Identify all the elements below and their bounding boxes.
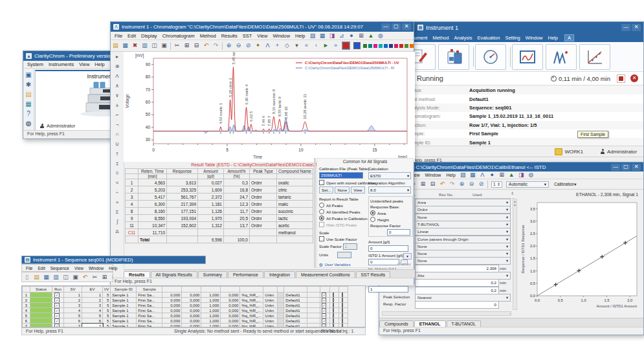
- col-header-ev[interactable]: EV: [82, 287, 103, 293]
- radio-area[interactable]: Area: [370, 210, 411, 216]
- instruments-icon[interactable]: ▣: [25, 71, 31, 78]
- close-button[interactable]: ✕: [402, 23, 411, 30]
- copy-icon[interactable]: ⊞: [100, 273, 109, 282]
- signal-swatch-9[interactable]: [405, 44, 408, 48]
- device-monitor-button[interactable]: [475, 44, 506, 70]
- peak-start-icon[interactable]: ∧: [115, 81, 119, 91]
- col-header-sample[interactable]: Sample: [137, 287, 162, 293]
- row-checkbox[interactable]: ✓: [322, 293, 326, 298]
- radio-height[interactable]: Height: [370, 217, 411, 222]
- menu-item-help[interactable]: Help: [443, 173, 458, 177]
- signal-swatch-4[interactable]: [379, 44, 383, 48]
- negative-peaks-icon[interactable]: ¬: [116, 120, 119, 129]
- prev-icon[interactable]: ‹: [312, 41, 320, 50]
- menu-item-evaluation[interactable]: Evaluation: [474, 35, 502, 41]
- row-checkbox[interactable]: [342, 318, 343, 324]
- menu-item-window[interactable]: Window: [270, 33, 293, 39]
- response-factor-input[interactable]: 0: [387, 229, 410, 236]
- table-row[interactable]: 35,417561,7672,37224,7Ordnrtartaric: [126, 194, 313, 201]
- close-button[interactable]: ✕: [632, 24, 641, 31]
- signal-swatch-10[interactable]: [410, 44, 414, 48]
- signal-swatch-1[interactable]: [363, 44, 367, 48]
- col-header-item[interactable]: [182, 287, 201, 293]
- menu-item-method[interactable]: Method: [430, 35, 451, 41]
- overlay-icon[interactable]: ◨: [328, 32, 337, 40]
- menu-item-help[interactable]: Help: [293, 33, 307, 39]
- integration-icon[interactable]: Δ: [115, 227, 118, 236]
- preview-icon[interactable]: ◫: [61, 273, 70, 282]
- col-header-item[interactable]: [320, 287, 330, 293]
- table-row[interactable]: 98,550193,9341,97020,5Ordnrlactic: [126, 215, 313, 222]
- panel-collapse-icon[interactable]: ▼: [403, 253, 412, 260]
- threshold-icon[interactable]: ∫: [117, 217, 118, 227]
- col-header-compound-name[interactable]: Compound Name: [277, 169, 313, 174]
- help-icon[interactable]: ?: [27, 110, 30, 117]
- row-checkbox[interactable]: [333, 313, 334, 318]
- col-header-item[interactable]: [278, 287, 284, 293]
- radio-all-peaks-in-calibration[interactable]: All Peaks in Calibration: [319, 216, 366, 221]
- paste-icon[interactable]: ⊟: [110, 273, 113, 282]
- move-icon[interactable]: +: [273, 41, 282, 50]
- row-checkbox[interactable]: ✓: [322, 308, 326, 313]
- sequence-grid[interactable]: StatusRunSVEVI/VSample IDSample1✓115Samp…: [22, 286, 348, 327]
- global-width-icon[interactable]: Σ: [116, 207, 119, 217]
- print-icon[interactable]: ▣: [160, 41, 168, 50]
- setting-select-t-butanol-3[interactable]: T-BUTANOL▾: [415, 221, 511, 228]
- zoom-out-icon[interactable]: ⊖: [234, 41, 243, 50]
- interactive-icon[interactable]: ▾: [293, 41, 301, 50]
- table-row[interactable]: 46,300217,3991,18112,3Ordnrmalic: [126, 201, 313, 208]
- axes-icon[interactable]: ⊿: [338, 32, 346, 40]
- sequence-titlebar[interactable]: ▤ Instrument 1 - Sequence seq001 (MODIFI…: [21, 256, 206, 264]
- row-checkbox[interactable]: [342, 308, 343, 313]
- new-icon[interactable]: ▯: [23, 273, 31, 282]
- table-icon[interactable]: ▦: [469, 171, 477, 179]
- run-checkbox[interactable]: ✓: [54, 313, 59, 318]
- signal-swatch-7[interactable]: [394, 44, 398, 48]
- export-icon[interactable]: ▲: [507, 171, 516, 179]
- menu-item-chromatogram[interactable]: Chromatogram: [160, 33, 197, 39]
- row-checkbox[interactable]: [333, 318, 334, 324]
- data-acquisition-button[interactable]: [512, 44, 543, 70]
- menu-item-view[interactable]: View: [72, 266, 86, 271]
- zoom-out-icon[interactable]: ⊖: [467, 180, 476, 188]
- table-row[interactable]: C1111,710methanol: [126, 229, 313, 236]
- col-header-used[interactable]: Used: [472, 191, 498, 198]
- globe-icon[interactable]: ◍: [527, 171, 535, 179]
- hide-istd-checkbox[interactable]: Hide ISTD Peaks: [319, 222, 366, 227]
- menu-item-sst[interactable]: SST: [240, 33, 255, 39]
- setting-select-linear-4[interactable]: Linear▾: [415, 228, 511, 236]
- table-row[interactable]: Total9,596100,0: [126, 236, 313, 243]
- signal-swatch-8[interactable]: [399, 44, 403, 48]
- minimize-button[interactable]: —: [611, 164, 620, 171]
- save-icon[interactable]: ▦: [42, 273, 50, 282]
- col-header-item[interactable]: [221, 287, 240, 293]
- col-header-item[interactable]: [307, 287, 320, 293]
- result-table-grid[interactable]: Reten. TimeResponseAmountAmount%Peak Typ…: [125, 168, 313, 243]
- paste-icon[interactable]: ⊟: [192, 41, 201, 50]
- radio-all-identified-peaks[interactable]: All Identified Peaks: [319, 209, 366, 214]
- setting-input-9[interactable]: 2,308: [415, 265, 499, 272]
- copy-icon[interactable]: ⊞: [419, 180, 427, 188]
- menu-item-system[interactable]: System: [25, 61, 46, 67]
- setting-input-11[interactable]: 0,2: [415, 279, 499, 287]
- menu-item-edit[interactable]: Edit: [35, 266, 47, 271]
- info-icon[interactable]: ●: [348, 32, 356, 40]
- col-header-item[interactable]: [263, 287, 278, 293]
- menu-item-display[interactable]: Display: [139, 33, 160, 39]
- col-header-item[interactable]: [240, 287, 263, 293]
- col-header-response[interactable]: Response: [167, 169, 198, 174]
- play-icon[interactable]: ►: [322, 41, 330, 50]
- signal-swatch-5[interactable]: [384, 44, 388, 48]
- sequence-row[interactable]: 4✓445Sample 1First Sa...0,0000,0001,0000…: [23, 308, 348, 313]
- paste-icon[interactable]: ⊟: [428, 180, 437, 188]
- table-row[interactable]: 25,203253,3251,60916,8Ordnrcitric: [126, 186, 313, 194]
- row-checkbox[interactable]: ✓: [322, 298, 326, 303]
- run-checkbox[interactable]: ✓: [54, 303, 59, 308]
- setting-select-none-7[interactable]: None▾: [415, 250, 511, 258]
- globe-icon[interactable]: ◍: [377, 32, 385, 40]
- menu-item-window[interactable]: Window: [523, 35, 546, 41]
- table-row[interactable]: 14,5633,6130,0270,3Ordnroxalic: [126, 179, 313, 186]
- sequence-row[interactable]: 3✓335Sample 1First Sa...0,0000,0001,0000…: [23, 303, 348, 308]
- menu-item-help[interactable]: Help: [106, 266, 120, 271]
- report-icon[interactable]: ▥: [52, 273, 60, 282]
